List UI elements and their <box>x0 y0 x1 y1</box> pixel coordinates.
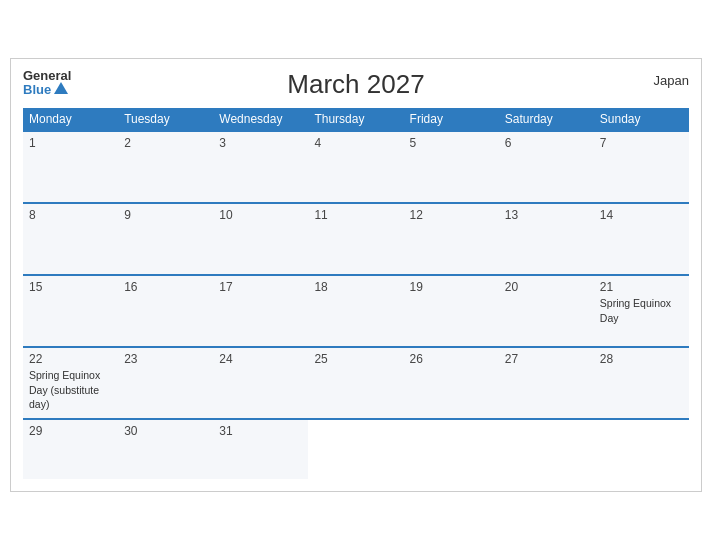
calendar-cell: 26 <box>404 347 499 419</box>
logo: General Blue <box>23 69 71 96</box>
calendar-title: March 2027 <box>287 69 424 100</box>
calendar-cell <box>594 419 689 479</box>
calendar-cell <box>308 419 403 479</box>
calendar-cell: 29 <box>23 419 118 479</box>
calendar-cell: 25 <box>308 347 403 419</box>
calendar-cell: 14 <box>594 203 689 275</box>
day-number: 8 <box>29 208 112 222</box>
calendar-cell: 16 <box>118 275 213 347</box>
day-number: 11 <box>314 208 397 222</box>
calendar-header: General Blue March 2027 Japan <box>23 69 689 100</box>
day-number: 19 <box>410 280 493 294</box>
day-number: 29 <box>29 424 112 438</box>
calendar-body: 123456789101112131415161718192021Spring … <box>23 131 689 479</box>
header-sunday: Sunday <box>594 108 689 131</box>
day-number: 31 <box>219 424 302 438</box>
logo-triangle-icon <box>54 82 68 94</box>
calendar-cell: 10 <box>213 203 308 275</box>
country-label: Japan <box>654 73 689 88</box>
calendar-cell: 5 <box>404 131 499 203</box>
calendar-cell: 11 <box>308 203 403 275</box>
day-number: 20 <box>505 280 588 294</box>
calendar-cell: 23 <box>118 347 213 419</box>
day-number: 27 <box>505 352 588 366</box>
day-number: 28 <box>600 352 683 366</box>
day-number: 23 <box>124 352 207 366</box>
calendar-grid: Monday Tuesday Wednesday Thursday Friday… <box>23 108 689 479</box>
calendar-cell: 22Spring Equinox Day (substitute day) <box>23 347 118 419</box>
calendar-week-row: 891011121314 <box>23 203 689 275</box>
day-number: 21 <box>600 280 683 294</box>
calendar-cell <box>404 419 499 479</box>
calendar-cell: 30 <box>118 419 213 479</box>
day-number: 12 <box>410 208 493 222</box>
calendar-cell: 3 <box>213 131 308 203</box>
day-number: 18 <box>314 280 397 294</box>
logo-blue-text: Blue <box>23 82 71 96</box>
day-number: 3 <box>219 136 302 150</box>
calendar-cell: 19 <box>404 275 499 347</box>
calendar-week-row: 293031 <box>23 419 689 479</box>
day-number: 2 <box>124 136 207 150</box>
day-number: 5 <box>410 136 493 150</box>
calendar-week-row: 15161718192021Spring Equinox Day <box>23 275 689 347</box>
day-number: 30 <box>124 424 207 438</box>
calendar-cell: 18 <box>308 275 403 347</box>
calendar-cell: 2 <box>118 131 213 203</box>
calendar-cell: 12 <box>404 203 499 275</box>
calendar-week-row: 1234567 <box>23 131 689 203</box>
calendar-cell: 20 <box>499 275 594 347</box>
day-number: 10 <box>219 208 302 222</box>
day-number: 9 <box>124 208 207 222</box>
calendar-cell: 24 <box>213 347 308 419</box>
header-tuesday: Tuesday <box>118 108 213 131</box>
day-number: 7 <box>600 136 683 150</box>
calendar-container: General Blue March 2027 Japan Monday Tue… <box>10 58 702 492</box>
day-number: 13 <box>505 208 588 222</box>
calendar-cell: 13 <box>499 203 594 275</box>
day-number: 4 <box>314 136 397 150</box>
calendar-cell: 31 <box>213 419 308 479</box>
day-number: 26 <box>410 352 493 366</box>
header-monday: Monday <box>23 108 118 131</box>
calendar-cell <box>499 419 594 479</box>
event-text: Spring Equinox Day <box>600 297 671 324</box>
calendar-week-row: 22Spring Equinox Day (substitute day)232… <box>23 347 689 419</box>
header-saturday: Saturday <box>499 108 594 131</box>
calendar-cell: 28 <box>594 347 689 419</box>
calendar-cell: 8 <box>23 203 118 275</box>
header-wednesday: Wednesday <box>213 108 308 131</box>
day-number: 6 <box>505 136 588 150</box>
day-number: 1 <box>29 136 112 150</box>
logo-general-text: General <box>23 69 71 82</box>
calendar-cell: 7 <box>594 131 689 203</box>
day-number: 16 <box>124 280 207 294</box>
calendar-cell: 27 <box>499 347 594 419</box>
header-friday: Friday <box>404 108 499 131</box>
event-text: Spring Equinox Day (substitute day) <box>29 369 100 410</box>
calendar-cell: 15 <box>23 275 118 347</box>
day-number: 22 <box>29 352 112 366</box>
calendar-cell: 1 <box>23 131 118 203</box>
calendar-cell: 21Spring Equinox Day <box>594 275 689 347</box>
calendar-cell: 6 <box>499 131 594 203</box>
day-number: 24 <box>219 352 302 366</box>
weekday-header-row: Monday Tuesday Wednesday Thursday Friday… <box>23 108 689 131</box>
calendar-cell: 9 <box>118 203 213 275</box>
day-number: 15 <box>29 280 112 294</box>
day-number: 17 <box>219 280 302 294</box>
day-number: 25 <box>314 352 397 366</box>
calendar-cell: 4 <box>308 131 403 203</box>
calendar-cell: 17 <box>213 275 308 347</box>
header-thursday: Thursday <box>308 108 403 131</box>
day-number: 14 <box>600 208 683 222</box>
